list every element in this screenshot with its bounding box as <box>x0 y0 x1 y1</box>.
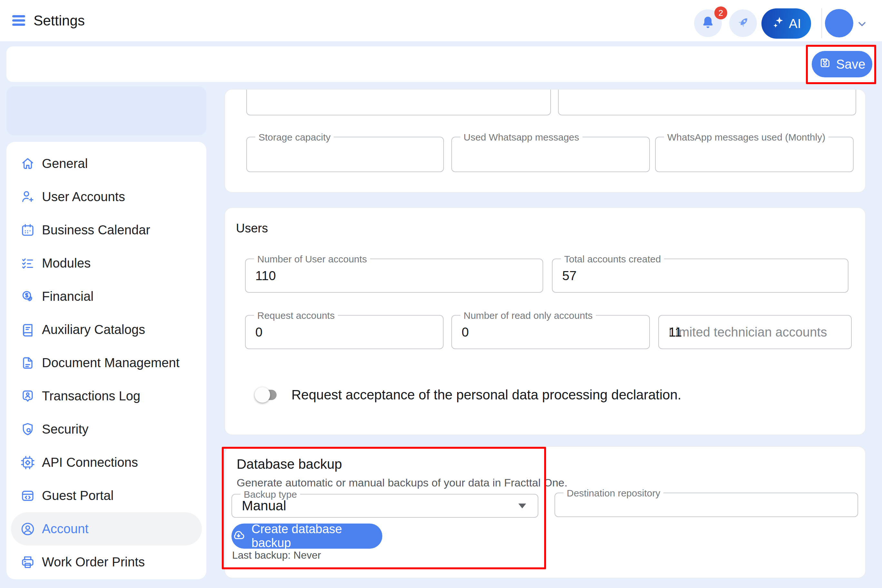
sidebar-item-work-order-prints[interactable]: Work Order Prints <box>11 546 202 579</box>
person-bubble-icon <box>20 388 36 404</box>
save-label: Save <box>836 57 865 72</box>
backup-title: Database backup <box>237 456 342 472</box>
printer-icon <box>20 555 36 570</box>
calendar-icon <box>20 222 36 238</box>
backup-description: Generate automatic or manual backups of … <box>237 477 567 489</box>
checklist-icon <box>20 256 36 271</box>
toggle-thumb <box>255 387 270 403</box>
chip-icon <box>20 455 36 470</box>
floppy-disk-icon <box>819 56 831 72</box>
sidebar-item-account[interactable]: Account <box>11 512 202 546</box>
sidebar-item-general[interactable]: General <box>11 147 202 180</box>
users-card: Users Number of User accounts 110 Total … <box>224 207 866 435</box>
menu-hamburger-icon[interactable] <box>12 15 25 26</box>
topbar-divider <box>821 8 822 38</box>
dropdown-caret-icon <box>518 504 526 508</box>
shield-icon <box>20 422 36 437</box>
ai-label: AI <box>789 16 801 31</box>
launch-button[interactable] <box>729 9 757 37</box>
field-read-only-accounts[interactable]: Number of read only accounts 0 <box>452 315 650 349</box>
document-icon <box>20 355 36 371</box>
sidebar-item-api-connections[interactable]: API Connections <box>11 446 202 479</box>
plan-usage-card: Storage capacity Used Whatsapp messages … <box>224 89 866 193</box>
database-backup-card: Database backup Generate automatic or ma… <box>224 446 866 578</box>
field-request-accounts[interactable]: Request accounts 0 <box>245 315 444 349</box>
user-add-icon <box>20 189 36 205</box>
home-icon <box>20 156 36 171</box>
avatar[interactable] <box>825 9 853 38</box>
users-card-title: Users <box>236 222 268 236</box>
field-number-of-user-accounts[interactable]: Number of User accounts 110 <box>245 258 543 293</box>
settings-screen: Settings 2 <box>0 0 882 588</box>
user-circle-icon <box>20 521 36 537</box>
field-storage-capacity[interactable]: Storage capacity <box>246 136 444 172</box>
notification-badge: 2 <box>714 6 727 20</box>
sidebar-item-document-management[interactable]: Document Management <box>11 346 202 380</box>
save-toolbar <box>6 46 876 82</box>
field-whatsapp-monthly[interactable]: WhatsApp messages used (Monthly) <box>655 136 854 172</box>
rocket-icon <box>736 15 750 31</box>
settings-menu: General User Accounts Business Calendar … <box>6 142 206 579</box>
sidebar-item-security[interactable]: Security <box>11 412 202 446</box>
sparkle-icon <box>771 15 786 32</box>
cloud-download-icon <box>231 528 246 545</box>
sidebar-item-guest-portal[interactable]: Guest Portal <box>11 479 202 512</box>
sidebar-item-financial[interactable]: Financial <box>11 280 202 313</box>
backup-type-value: Manual <box>242 498 286 513</box>
pending-changes-info-box: Information You have pending changes to … <box>6 86 206 135</box>
create-database-backup-button[interactable]: Create database backup <box>231 524 382 549</box>
window-code-icon <box>20 488 36 504</box>
top-app-bar: Settings 2 <box>0 0 882 41</box>
backup-type-select[interactable]: Backup type Manual <box>231 494 538 518</box>
ai-assistant-button[interactable]: AI <box>761 8 811 39</box>
sidebar-item-user-accounts[interactable]: User Accounts <box>11 180 202 213</box>
sidebar-item-transactions-log[interactable]: Transactions Log <box>11 380 202 412</box>
book-icon <box>20 322 36 338</box>
sidebar-item-business-calendar[interactable]: Business Calendar <box>11 213 202 247</box>
field-limited-technician-accounts[interactable]: Limited technician accounts 11 <box>658 315 852 349</box>
create-backup-label: Create database backup <box>252 522 382 550</box>
last-backup-status: Last backup: Never <box>232 549 321 561</box>
sidebar-item-auxiliary-catalogs[interactable]: Auxiliary Catalogs <box>11 313 202 346</box>
field-used-whatsapp-messages[interactable]: Used Whatsapp messages <box>452 136 650 172</box>
toggle-switch[interactable] <box>256 390 277 400</box>
field-total-accounts-created[interactable]: Total accounts created 57 <box>552 258 849 293</box>
plan-field-2[interactable] <box>558 89 856 116</box>
save-button[interactable]: Save <box>812 51 872 77</box>
page-title: Settings <box>33 0 85 41</box>
sidebar-item-modules[interactable]: Modules <box>11 247 202 280</box>
coin-icon <box>20 289 36 304</box>
plan-field-1[interactable] <box>246 89 551 116</box>
toggle-label: Request acceptance of the personal data … <box>291 387 681 403</box>
chevron-down-icon[interactable] <box>856 18 868 31</box>
destination-repository-field[interactable]: Destination repository <box>555 493 858 517</box>
personal-data-toggle-row: Request acceptance of the personal data … <box>256 385 681 405</box>
bell-icon <box>700 15 716 31</box>
